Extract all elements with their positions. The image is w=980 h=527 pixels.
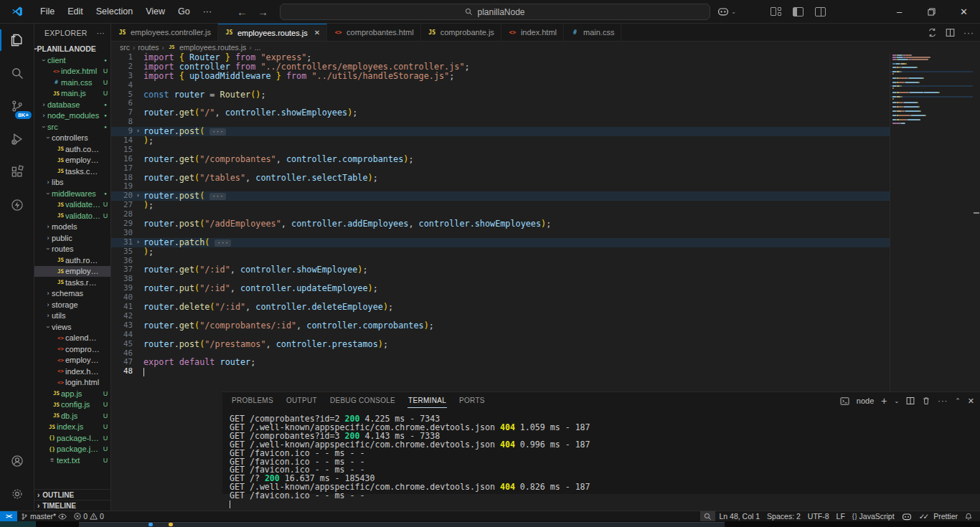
panel-more-icon[interactable]: ··· bbox=[938, 397, 948, 405]
source-control-icon[interactable]: 8K+ bbox=[0, 90, 34, 123]
panel-tab-debug-console[interactable]: DEBUG CONSOLE bbox=[329, 394, 396, 408]
timeline-section[interactable]: ›TIMELINE bbox=[34, 500, 110, 511]
formatter-item[interactable]: ✓✓ Prettier bbox=[915, 511, 961, 522]
settings-gear-icon[interactable] bbox=[0, 478, 34, 511]
code-line-37[interactable]: 37router.get("/:id", controller.showEmpl… bbox=[111, 265, 890, 275]
new-terminal-icon[interactable]: + bbox=[881, 395, 887, 407]
terminal-output[interactable]: GET /comprobantes?id=2 200 4.225 ms - 73… bbox=[230, 415, 966, 491]
tree-item-tasks-routes-js[interactable]: JStasks.routes.js bbox=[34, 277, 110, 288]
code-line-19[interactable]: 19 bbox=[111, 182, 890, 191]
code-editor[interactable]: 1import { Router } from "express";2impor… bbox=[111, 53, 890, 391]
menu-edit[interactable]: Edit bbox=[62, 4, 89, 19]
code-line-20[interactable]: 20›router.post( ··· bbox=[111, 191, 890, 201]
panel-tab-output[interactable]: OUTPUT bbox=[286, 394, 318, 408]
command-center[interactable]: planillaNode bbox=[280, 4, 710, 20]
breadcrumb-item-employees-routes-js[interactable]: employees.routes.js bbox=[179, 43, 246, 52]
language-mode-item[interactable]: { }JavaScript bbox=[849, 511, 898, 522]
tree-item-controllers[interactable]: ›controllers bbox=[34, 133, 110, 144]
tree-item-login-html[interactable]: <>login.html bbox=[34, 377, 110, 389]
panel-tab-terminal[interactable]: TERMINAL bbox=[407, 394, 447, 408]
tree-item-routes[interactable]: ›routes bbox=[34, 244, 110, 255]
toggle-sidebar-icon[interactable] bbox=[793, 7, 804, 16]
tree-item-storage[interactable]: ›storage bbox=[34, 299, 110, 310]
tree-item-validate-token-[interactable]: JSvalidate.token...U bbox=[34, 199, 110, 211]
menu-view[interactable]: View bbox=[140, 4, 171, 19]
close-window-button[interactable]: ✕ bbox=[948, 0, 980, 24]
toggle-secondary-sidebar-icon[interactable] bbox=[815, 7, 826, 16]
code-line-43[interactable]: 43router.get("/comprobantes/:id", contro… bbox=[111, 321, 890, 331]
copilot-status-item[interactable] bbox=[898, 511, 915, 522]
code-line-7[interactable]: 7router.get("/", controller.showEmployee… bbox=[111, 108, 890, 118]
tree-item-package-json[interactable]: {}package.jsonU bbox=[34, 444, 110, 455]
tree-item-validator-js[interactable]: JSvalidator.jsU bbox=[34, 210, 110, 222]
breadcrumb-item--[interactable]: ... bbox=[255, 43, 261, 52]
tab-employees-routes-js[interactable]: JSemployees.routes.js✕ bbox=[218, 24, 327, 41]
split-terminal-icon[interactable] bbox=[906, 397, 915, 405]
minimize-button[interactable]: – bbox=[883, 0, 915, 24]
tree-item-calendario-html[interactable]: <>calendario.html bbox=[34, 333, 110, 344]
code-line-47[interactable]: 47export default router; bbox=[111, 358, 890, 367]
cursor-position-item[interactable]: Ln 48, Col 1 bbox=[715, 511, 763, 522]
tab-main-css[interactable]: #main.css bbox=[564, 24, 621, 41]
customize-layout-icon[interactable] bbox=[771, 7, 781, 16]
tree-item-schemas[interactable]: ›schemas bbox=[34, 288, 110, 300]
fold-chevron-icon[interactable]: › bbox=[133, 127, 143, 136]
compare-changes-icon[interactable] bbox=[928, 28, 937, 37]
code-line-41[interactable]: 41router.delete("/:id", controller.delet… bbox=[111, 303, 890, 312]
minimap[interactable] bbox=[890, 53, 973, 391]
kill-terminal-icon[interactable] bbox=[922, 397, 930, 405]
zoom-status-item[interactable] bbox=[700, 511, 715, 522]
tree-item-text-txt[interactable]: ≡text.txtU bbox=[34, 455, 110, 466]
tree-item-index-html[interactable]: <>index.htmlU bbox=[34, 66, 110, 77]
tree-item-models[interactable]: ›models bbox=[34, 222, 110, 233]
code-line-29[interactable]: 29router.post("/addEmployees", controlle… bbox=[111, 219, 890, 229]
tree-root[interactable]: › PLANILLANODE bbox=[34, 42, 110, 54]
tree-item-config-js[interactable]: JSconfig.jsU bbox=[34, 399, 110, 411]
fold-chevron-icon[interactable]: › bbox=[133, 191, 143, 201]
tree-item-main-css[interactable]: #main.cssU bbox=[34, 77, 110, 88]
copilot-button[interactable]: ⌄ bbox=[717, 6, 736, 16]
tree-item-app-js[interactable]: JSapp.jsU bbox=[34, 388, 110, 399]
indentation-item[interactable]: Spaces: 2 bbox=[763, 511, 804, 522]
tree-item-db-js[interactable]: JSdb.jsU bbox=[34, 410, 110, 422]
outline-section[interactable]: ›OUTLINE bbox=[34, 489, 110, 500]
menu-go[interactable]: Go bbox=[172, 4, 196, 19]
explorer-more-icon[interactable]: ··· bbox=[97, 29, 105, 37]
fold-chevron-icon[interactable]: › bbox=[133, 238, 143, 247]
tree-item-employees-html[interactable]: <>employees.html bbox=[34, 355, 110, 366]
thunder-client-icon[interactable] bbox=[0, 189, 34, 222]
git-branch-item[interactable]: master* bbox=[17, 511, 70, 522]
editor-more-icon[interactable]: ··· bbox=[963, 28, 974, 38]
code-line-18[interactable]: 18router.get("/tables", controller.selec… bbox=[111, 174, 890, 183]
tree-item-comprobantes-html[interactable]: <>comprobantes.html bbox=[34, 343, 110, 355]
tree-item-public[interactable]: ›public bbox=[34, 232, 110, 244]
search-sidebar-icon[interactable] bbox=[0, 57, 34, 90]
tree-item-employees-routes-js[interactable]: JSemployees.routes.js bbox=[34, 266, 110, 277]
tree-item-libs[interactable]: ›libs bbox=[34, 177, 110, 189]
problems-item[interactable]: 0 0 bbox=[70, 511, 108, 522]
tree-item-index-html[interactable]: <>index.html bbox=[34, 366, 110, 377]
close-panel-icon[interactable]: ✕ bbox=[968, 397, 974, 406]
tree-item-tasks-controller-js[interactable]: JStasks.controller.js bbox=[34, 166, 110, 177]
extensions-icon[interactable] bbox=[0, 156, 34, 189]
breadcrumb-item-routes[interactable]: routes bbox=[138, 43, 159, 52]
notifications-item[interactable] bbox=[961, 511, 976, 522]
code-line-3[interactable]: 3import { uploadMiddleware } from "../ut… bbox=[111, 72, 890, 81]
code-line-39[interactable]: 39router.put("/:id", controller.updateEm… bbox=[111, 284, 890, 293]
code-line-27[interactable]: 27); bbox=[111, 201, 890, 210]
code-line-5[interactable]: 5const router = Router(); bbox=[111, 90, 890, 100]
close-tab-icon[interactable]: ✕ bbox=[314, 29, 320, 37]
code-line-30[interactable]: 30 bbox=[111, 229, 890, 238]
tree-item-views[interactable]: ›views bbox=[34, 321, 110, 333]
code-line-14[interactable]: 14); bbox=[111, 136, 890, 146]
tab-comprobante-js[interactable]: JScomprobante.js bbox=[421, 24, 501, 41]
restore-button[interactable] bbox=[915, 0, 948, 24]
tree-item-auth-routes-js[interactable]: JSauth.routes.js bbox=[34, 255, 110, 266]
tree-item-main-js[interactable]: JSmain.jsU bbox=[34, 88, 110, 100]
maximize-panel-icon[interactable]: ⌃ bbox=[955, 397, 961, 404]
tab-index-html[interactable]: <>index.html bbox=[501, 24, 564, 41]
menu-[interactable]: ··· bbox=[197, 4, 218, 19]
eye-icon[interactable] bbox=[58, 513, 67, 520]
code-line-8[interactable]: 8 bbox=[111, 118, 890, 127]
code-line-31[interactable]: 31›router.patch( ··· bbox=[111, 238, 890, 247]
